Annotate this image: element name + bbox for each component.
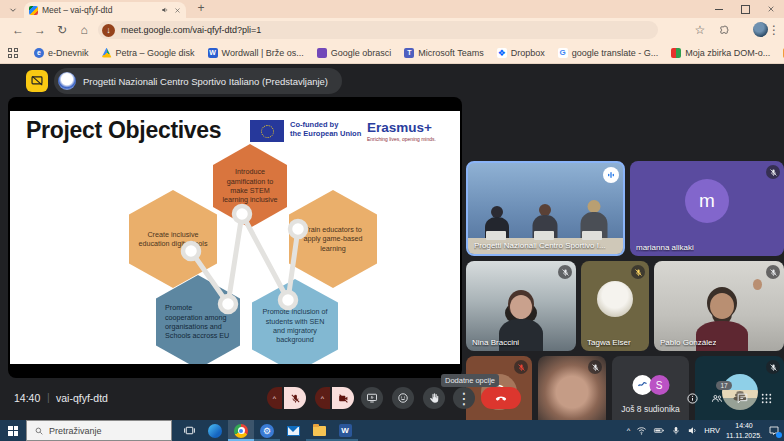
presenter-avatar bbox=[58, 72, 76, 90]
volume-icon[interactable] bbox=[687, 425, 698, 436]
file-explorer-taskbar-icon[interactable] bbox=[306, 420, 332, 441]
new-tab-button[interactable]: + bbox=[194, 1, 208, 15]
taskbar: Pretraživanje ⚙ W ^ HRV 14:40 11.11.2025… bbox=[0, 420, 784, 441]
meeting-code: vai-qfyf-dtd bbox=[56, 392, 108, 404]
mic-options-chevron[interactable]: ^ bbox=[267, 387, 282, 409]
google-drive-favicon bbox=[102, 48, 112, 58]
mic-off-icon bbox=[766, 360, 780, 374]
presentation-paused-chip[interactable] bbox=[26, 70, 48, 92]
tile-label: Pablo González bbox=[660, 338, 716, 347]
bookmark-dropbox[interactable]: ❖Dropbox bbox=[497, 48, 545, 58]
more-options-tooltip: Dodatne opcije bbox=[441, 374, 499, 387]
site-info-icon[interactable]: ↓ bbox=[102, 24, 115, 37]
window-minimize-button[interactable] bbox=[706, 0, 732, 18]
participant-count-badge: 17 bbox=[716, 381, 732, 390]
action-center-icon[interactable] bbox=[768, 425, 780, 437]
s-avatar: S bbox=[649, 375, 669, 395]
hidden-icons-chevron[interactable]: ^ bbox=[627, 426, 631, 435]
end-call-button[interactable] bbox=[481, 387, 521, 409]
mic-off-icon bbox=[514, 360, 528, 374]
audio-active-icon bbox=[603, 167, 619, 183]
taskbar-clock[interactable]: 14:40 11.11.2025. bbox=[726, 421, 762, 440]
hexagon-create-tools: Create inclusive education digital tools bbox=[129, 190, 217, 288]
avatar: m bbox=[685, 179, 729, 223]
mic-off-icon bbox=[631, 265, 645, 279]
chat-icon[interactable] bbox=[736, 391, 749, 409]
laptop bbox=[582, 231, 602, 240]
notification-badge bbox=[776, 432, 782, 438]
meet-clock: 14:40 bbox=[14, 392, 40, 404]
tab-close-icon[interactable] bbox=[173, 7, 181, 14]
hexagon-inclusion: Promote inclusion of students with SEN a… bbox=[252, 279, 338, 364]
taskbar-date: 11.11.2025. bbox=[726, 431, 762, 440]
start-button[interactable] bbox=[0, 420, 26, 441]
url-text[interactable]: meet.google.com/vai-qfyf-dtd?pli=1 bbox=[121, 25, 261, 35]
home-icon[interactable]: ⌂ bbox=[76, 22, 92, 38]
tab-audio-playing-icon[interactable] bbox=[161, 6, 169, 14]
language-indicator[interactable]: HRV bbox=[704, 426, 720, 435]
tab-title: Meet – vai-qfyf-dtd bbox=[42, 5, 157, 15]
tile-marianna-alikaki[interactable]: m marianna alikaki bbox=[630, 161, 784, 256]
task-view-button[interactable] bbox=[176, 420, 202, 441]
network-icon[interactable] bbox=[636, 425, 647, 436]
tab-search-chevron-icon[interactable] bbox=[6, 3, 20, 16]
forward-icon[interactable]: → bbox=[32, 22, 48, 38]
tile-pablo-gonzalez[interactable]: Pablo González bbox=[654, 261, 784, 351]
e-dnevnik-favicon: e bbox=[34, 48, 44, 58]
window-controls bbox=[706, 0, 784, 18]
tile-tagwa-elser[interactable]: Tagwa Elser bbox=[581, 261, 649, 351]
apps-grid-icon[interactable] bbox=[8, 48, 18, 58]
bookmark-google-translate[interactable]: Ggoogle translate - G... bbox=[558, 48, 659, 58]
slide-title: Project Objectives bbox=[26, 117, 221, 144]
camera-off-button[interactable] bbox=[332, 387, 354, 409]
bookmark-wordwall[interactable]: WWordwall | Brže os... bbox=[208, 48, 304, 58]
battery-icon[interactable] bbox=[653, 425, 665, 436]
activities-icon[interactable] bbox=[760, 391, 773, 409]
mic-off-icon bbox=[766, 165, 780, 179]
address-bar[interactable]: ↓ meet.google.com/vai-qfyf-dtd?pli=1 bbox=[98, 21, 658, 39]
laptop bbox=[486, 231, 506, 240]
present-screen-button[interactable] bbox=[361, 387, 383, 409]
hexagon-cooperation: Promote cooperation among organisations … bbox=[156, 275, 240, 364]
back-icon[interactable]: ← bbox=[10, 22, 26, 38]
bookmark-google-forms[interactable]: Google obrasci bbox=[317, 48, 392, 58]
bookmark-moja-zbirka[interactable]: Moja zbirka DOM-o... bbox=[671, 48, 770, 58]
bookmark-microsoft-teams[interactable]: TMicrosoft Teams bbox=[404, 48, 483, 58]
window-close-button[interactable] bbox=[758, 0, 784, 18]
tile-nina-braccini[interactable]: Nina Braccini bbox=[466, 261, 576, 351]
taskbar-search-input[interactable]: Pretraživanje bbox=[26, 420, 172, 441]
people-icon[interactable] bbox=[710, 391, 724, 409]
tile-label: Nina Braccini bbox=[472, 338, 519, 347]
reactions-button[interactable] bbox=[392, 387, 414, 409]
tile-presenter-video[interactable]: Progetti Nazionali Centro Sportivo I... bbox=[466, 161, 625, 256]
mail-taskbar-icon[interactable] bbox=[280, 420, 306, 441]
meet-favicon-icon bbox=[29, 6, 38, 15]
more-options-button[interactable]: ⋮ bbox=[453, 387, 475, 409]
microphone-tray-icon[interactable] bbox=[671, 425, 681, 436]
dropbox-favicon: ❖ bbox=[497, 48, 507, 58]
erasmus-wordmark: Erasmus+ bbox=[367, 120, 432, 135]
bookmark-e-dnevnik[interactable]: ee-Dnevnik bbox=[34, 48, 89, 58]
word-taskbar-icon[interactable]: W bbox=[332, 420, 358, 441]
browser-menu-icon[interactable]: ⋮ bbox=[766, 22, 782, 38]
taskbar-time: 14:40 bbox=[726, 421, 762, 430]
system-tray: ^ HRV 14:40 11.11.2025. bbox=[627, 421, 784, 440]
bookmark-google-drive[interactable]: Petra – Google disk bbox=[102, 48, 195, 58]
edge-taskbar-icon[interactable] bbox=[202, 420, 228, 441]
extensions-icon[interactable] bbox=[716, 22, 732, 38]
mic-muted-button[interactable] bbox=[284, 387, 306, 409]
eu-cofunded-label: Co-funded by the European Union bbox=[290, 120, 361, 139]
window-maximize-button[interactable] bbox=[732, 0, 758, 18]
presentation-tile[interactable]: Project Objectives Co-funded by the Euro… bbox=[8, 97, 462, 378]
settings-taskbar-icon[interactable]: ⚙ bbox=[254, 420, 280, 441]
reload-icon[interactable]: ↻ bbox=[54, 22, 70, 38]
camera-options-chevron[interactable]: ^ bbox=[315, 387, 330, 409]
bookmark-star-icon[interactable]: ☆ bbox=[692, 22, 708, 38]
browser-tab[interactable]: Meet – vai-qfyf-dtd bbox=[24, 2, 186, 18]
meeting-details-icon[interactable] bbox=[686, 391, 699, 409]
chrome-taskbar-icon[interactable] bbox=[228, 420, 254, 441]
raise-hand-button[interactable] bbox=[423, 387, 445, 409]
search-placeholder: Pretraživanje bbox=[49, 426, 102, 436]
hexagon-gamification: Introduce gamification to make STEM lear… bbox=[213, 144, 287, 228]
presenting-title-pill[interactable]: Progetti Nazionali Centro Sportivo Itali… bbox=[54, 68, 342, 94]
